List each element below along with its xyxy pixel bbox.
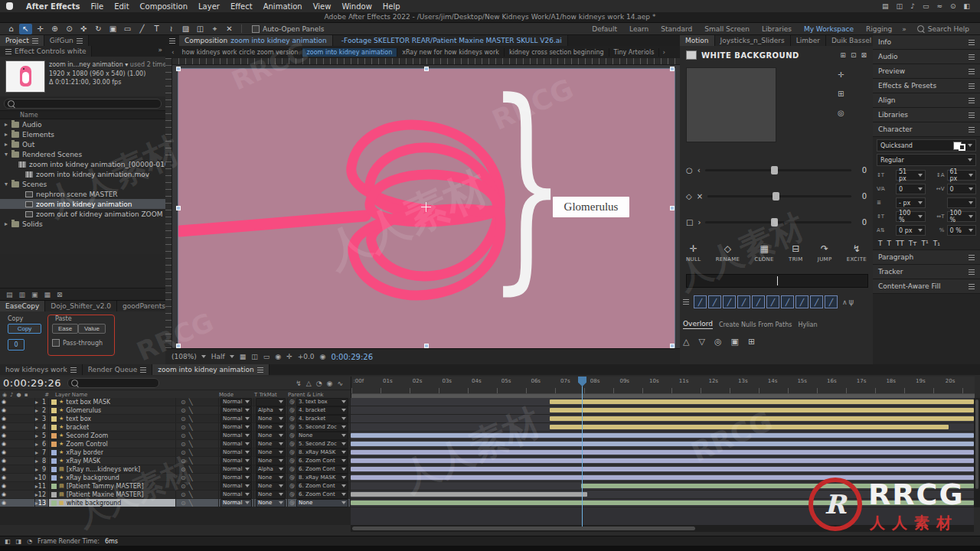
slider-mode-icon[interactable]: × <box>697 192 703 201</box>
collapse-icon[interactable]: ∧ <box>842 298 848 306</box>
layer-name-cell[interactable]: ★ text box <box>49 415 176 422</box>
layer-visibility-toggle[interactable]: ◉ <box>2 458 6 464</box>
motion-tool-button[interactable]: ✛ NULL <box>686 243 701 262</box>
region-of-interest-icon[interactable]: ▭ <box>263 353 270 360</box>
slider-value[interactable]: 0 <box>856 166 867 174</box>
composition-viewport[interactable]: } Glomerulus <box>165 58 680 348</box>
comp-mini-tab[interactable]: how kidneys work circle zoom version <box>178 48 302 57</box>
slider-value[interactable]: 0 <box>856 192 867 201</box>
panel-menu-icon[interactable] <box>969 54 975 60</box>
layer-duration-bar[interactable] <box>351 467 974 471</box>
layer-track[interactable] <box>351 423 974 431</box>
search-help[interactable]: Search Help <box>911 25 975 33</box>
blend-mode-dropdown[interactable]: Normal <box>220 482 252 491</box>
parent-dropdown[interactable]: 5. Second Zoc <box>296 423 348 432</box>
timeline-search-input[interactable] <box>67 378 159 388</box>
blend-mode-dropdown[interactable]: Normal <box>220 415 252 423</box>
wifi-icon[interactable]: ≈ <box>933 2 946 10</box>
menu-item[interactable]: Composition <box>135 2 193 11</box>
blend-mode-dropdown[interactable]: Normal <box>220 491 252 499</box>
snapshot-icon[interactable]: ◉ <box>320 353 326 360</box>
pickwhip-icon[interactable]: @ <box>289 432 295 439</box>
panel-tab[interactable]: Dojo_Shifter_v2.0 <box>45 301 117 311</box>
panel-tab[interactable]: Limber <box>791 35 826 46</box>
layer-duration-bar[interactable] <box>351 475 974 480</box>
label-color-chip[interactable] <box>51 467 57 472</box>
track-matte-dropdown[interactable]: None <box>256 482 286 491</box>
layer-twirl-icon[interactable]: ▸ <box>35 441 42 448</box>
label-color-chip[interactable] <box>51 425 57 430</box>
property-value-field[interactable]: 100 % <box>947 211 977 222</box>
slider-mode-icon[interactable]: › <box>697 218 701 227</box>
workspace-item[interactable]: Standard <box>655 25 697 33</box>
property-value-field[interactable]: 0 <box>896 184 926 194</box>
panel-menu-icon[interactable] <box>969 98 975 103</box>
sidebar-panel-header[interactable]: Info <box>873 35 980 50</box>
track-matte-dropdown[interactable]: None <box>256 432 286 440</box>
sidebar-panel-header[interactable]: Paragraph <box>873 250 980 265</box>
project-item[interactable]: zoom out of kidney animation ZOOM <box>0 209 165 219</box>
layer-name-cell[interactable]: ▤ [Patient Tammy MASTER] <box>49 482 176 490</box>
label-color-chip[interactable] <box>51 450 57 455</box>
project-item[interactable]: ▸ Solids <box>0 219 165 229</box>
layer-name-column-header[interactable]: Layer Name <box>49 392 176 398</box>
type-tool[interactable]: T <box>150 24 163 34</box>
slider-track[interactable] <box>707 195 851 197</box>
frame-tool-icon[interactable]: ▣ <box>731 337 739 347</box>
layer-duration-bar[interactable] <box>351 492 587 497</box>
label-color-chip[interactable] <box>51 442 57 447</box>
project-item[interactable]: ▸ Elements <box>0 129 165 139</box>
layer-track[interactable] <box>351 440 974 448</box>
layer-duration-bar[interactable] <box>581 484 974 488</box>
layer-duration-bar[interactable] <box>351 442 974 446</box>
all-caps-toggle[interactable]: TT <box>896 240 904 247</box>
layer-name-cell[interactable]: ▤ [Patient Maxine MASTER] <box>49 491 176 498</box>
property-value-field[interactable]: 51 px <box>896 170 926 181</box>
blend-mode-dropdown[interactable]: Normal <box>220 474 252 482</box>
panel-menu-icon[interactable] <box>969 284 975 289</box>
ease-curve-icon[interactable]: ╱ <box>766 295 779 308</box>
passthrough-checkbox[interactable]: Pass-through <box>52 339 103 347</box>
checkbox-icon[interactable] <box>252 25 260 33</box>
layer-track[interactable] <box>351 499 974 507</box>
timeline-tab[interactable]: how kidneys work <box>0 364 83 375</box>
pickwhip-icon[interactable]: @ <box>289 424 295 430</box>
ease-curve-icon[interactable]: ╱ <box>825 295 838 308</box>
prev-comp-icon[interactable]: ‹ <box>168 48 178 56</box>
timeline-tab[interactable]: Render Queue <box>83 364 152 375</box>
slider-shape-icon[interactable]: □ <box>686 218 693 227</box>
layer-name-cell[interactable]: ★ text box MASK <box>49 398 176 406</box>
layer-twirl-icon[interactable]: ▸ <box>35 424 42 431</box>
layer-track[interactable] <box>351 432 974 439</box>
layer-duration-bar[interactable] <box>351 500 974 505</box>
layer-visibility-toggle[interactable]: ◉ <box>2 449 6 455</box>
panel-menu-icon[interactable] <box>969 40 975 45</box>
comp-mini-tab[interactable]: zoom into kidney animation <box>302 48 398 57</box>
ease-curve-icon[interactable]: ╱ <box>810 295 823 308</box>
layer-name-cell[interactable]: ★ Glomerulus <box>49 406 176 414</box>
motion-tool-button[interactable]: ▦ CLONE <box>755 243 774 262</box>
layer-duration-bar[interactable] <box>351 450 974 455</box>
project-thumbnail[interactable] <box>5 60 45 93</box>
hylian-label[interactable]: Hylian <box>798 321 817 328</box>
timeline-layer-row[interactable]: ◉ ▸ 7 ★ xRay border ⊙╲ Normal <box>0 448 974 457</box>
layer-switches[interactable]: ⊙╲ <box>176 499 219 507</box>
sidebar-panel-header[interactable]: Align <box>873 93 980 108</box>
track-matte-dropdown[interactable]: None <box>256 423 286 432</box>
pickwhip-icon[interactable]: @ <box>289 466 295 472</box>
menu-item[interactable]: Effect <box>225 2 258 11</box>
grid-icon[interactable]: ⊞ <box>838 90 844 98</box>
pickwhip-icon[interactable]: @ <box>289 474 295 481</box>
layer-visibility-toggle[interactable]: ◉ <box>2 483 6 489</box>
layer-track[interactable] <box>351 465 974 473</box>
timeline-layer-row[interactable]: ◉ ▸ 1 ★ text box MASK ⊙╲ Normal <box>0 398 974 406</box>
track-matte-dropdown[interactable]: None <box>256 457 286 465</box>
layer-twirl-icon[interactable]: ▸ <box>35 432 42 439</box>
paste-value-button[interactable]: Value <box>78 324 106 334</box>
panel-tab[interactable]: goodParents <box>117 301 172 311</box>
track-matte-dropdown[interactable]: None <box>256 491 286 499</box>
menu-item[interactable]: View <box>308 2 337 11</box>
tab-overflow-icon[interactable]: » <box>155 46 165 57</box>
workspace-item[interactable]: Rigging <box>861 25 897 33</box>
selection-tool[interactable]: ↖ <box>19 24 32 34</box>
